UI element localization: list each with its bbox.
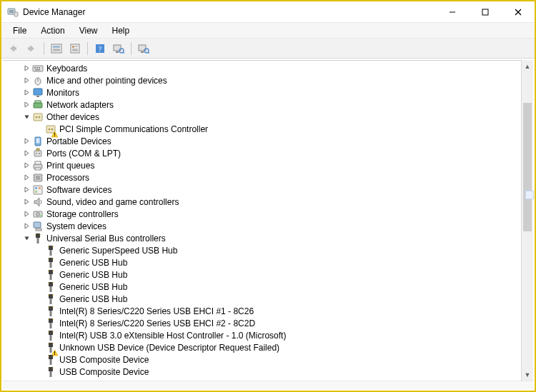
svg-rect-14 xyxy=(72,46,74,48)
expand-icon[interactable] xyxy=(21,76,31,86)
tree-item-label: Other devices xyxy=(46,112,99,122)
usb-icon xyxy=(45,318,56,329)
tree-item[interactable]: Mice and other pointing devices xyxy=(3,74,533,86)
tree-item[interactable]: Generic USB Hub xyxy=(3,268,533,281)
tree-item[interactable]: Intel(R) 8 Series/C220 Series USB EHCI #… xyxy=(3,317,533,329)
scan-hardware-button[interactable] xyxy=(110,41,127,56)
expand-icon[interactable] xyxy=(21,209,31,219)
menu-file[interactable]: File xyxy=(6,24,34,37)
svg-rect-8 xyxy=(28,47,31,50)
tree-item[interactable]: Generic USB Hub xyxy=(3,293,533,305)
expand-icon[interactable] xyxy=(21,64,31,74)
scroll-down-button[interactable]: ▼ xyxy=(522,368,533,381)
twisty-none xyxy=(34,355,44,365)
properties-button[interactable] xyxy=(66,41,84,56)
other-icon xyxy=(45,124,56,135)
tree-item-label: Storage controllers xyxy=(46,209,119,219)
twisty-none xyxy=(34,258,44,268)
tree-item[interactable]: Monitors xyxy=(3,86,533,99)
tree-item[interactable]: Other devices xyxy=(3,111,533,123)
usb-icon xyxy=(45,293,56,305)
tree-item[interactable]: Software devices xyxy=(3,184,533,196)
tree-item[interactable]: Generic SuperSpeed USB Hub xyxy=(3,244,533,256)
tree-item-label: Software devices xyxy=(46,185,111,195)
toolbar: ? xyxy=(1,39,535,59)
twisty-none xyxy=(34,282,44,292)
toolbar-separator xyxy=(131,42,131,55)
tree-item-label: Universal Serial Bus controllers xyxy=(46,233,166,243)
show-hidden-button[interactable] xyxy=(48,41,65,56)
twisty-none xyxy=(34,270,44,280)
tree-item[interactable]: Generic USB Hub xyxy=(3,281,533,293)
back-button[interactable] xyxy=(4,41,21,56)
keyboard-icon xyxy=(32,63,44,74)
scroll-up-button[interactable]: ▲ xyxy=(522,60,533,72)
tree-item[interactable]: PCI Simple Communications Controller xyxy=(3,123,533,135)
expand-icon[interactable] xyxy=(21,185,31,195)
expand-icon[interactable] xyxy=(21,88,31,98)
expand-icon[interactable] xyxy=(21,136,31,146)
help-button[interactable]: ? xyxy=(91,41,109,56)
update-driver-button[interactable] xyxy=(135,41,152,56)
tree-item-label: Keyboards xyxy=(46,64,87,74)
statusbar xyxy=(3,381,533,389)
tree-item[interactable]: Universal Serial Bus controllers xyxy=(3,232,533,244)
close-button[interactable] xyxy=(502,1,535,23)
tree-item-label: Intel(R) 8 Series/C220 Series USB EHCI #… xyxy=(59,306,254,316)
usb-icon xyxy=(45,342,56,353)
twisty-none xyxy=(34,318,44,328)
sound-icon xyxy=(32,196,44,208)
twisty-none xyxy=(34,246,44,256)
collapse-icon[interactable] xyxy=(21,233,31,243)
tree-item-label: Generic USB Hub xyxy=(59,258,127,268)
tree-view[interactable]: KeyboardsMice and other pointing devices… xyxy=(3,60,533,381)
tree-item-label: Ports (COM & LPT) xyxy=(46,149,121,159)
tree-item-label: Generic USB Hub xyxy=(59,282,127,292)
menu-help[interactable]: Help xyxy=(105,24,137,37)
maximize-button[interactable] xyxy=(469,1,502,23)
twisty-none xyxy=(34,331,44,341)
tree-item[interactable]: Ports (COM & LPT) xyxy=(3,147,533,159)
menu-action[interactable]: Action xyxy=(34,24,71,37)
tree-item[interactable]: USB Composite Device xyxy=(3,366,533,378)
expand-icon[interactable] xyxy=(21,221,31,231)
expand-icon[interactable] xyxy=(21,161,31,171)
scroll-thumb[interactable] xyxy=(523,103,532,231)
tree-item[interactable]: Generic USB Hub xyxy=(3,256,533,268)
tree-item-label: Network adapters xyxy=(46,100,114,110)
tree-item[interactable]: Portable Devices xyxy=(3,135,533,147)
usb-icon xyxy=(45,306,56,317)
tree-item[interactable]: Processors xyxy=(3,171,533,184)
forward-button[interactable] xyxy=(23,41,40,56)
svg-line-27 xyxy=(148,52,149,54)
printer-icon xyxy=(32,160,44,171)
mouse-icon xyxy=(32,75,44,86)
minimize-button[interactable] xyxy=(436,1,469,23)
svg-rect-9 xyxy=(51,44,61,53)
collapse-icon[interactable] xyxy=(21,112,31,122)
svg-line-23 xyxy=(123,52,124,54)
tree-item[interactable]: System devices xyxy=(3,220,533,232)
tree-item[interactable]: Intel(R) USB 3.0 eXtensible Host Control… xyxy=(3,329,533,341)
tree-item[interactable]: Network adapters xyxy=(3,99,533,111)
tree-item[interactable]: USB Composite Device xyxy=(3,353,533,366)
monitor-icon xyxy=(32,87,44,99)
svg-rect-4 xyxy=(482,9,488,15)
tree-item[interactable]: Unknown USB Device (Device Descriptor Re… xyxy=(3,341,533,353)
tree-item[interactable]: Intel(R) 8 Series/C220 Series USB EHCI #… xyxy=(3,305,533,317)
svg-rect-21 xyxy=(116,51,119,53)
tree-item-label: System devices xyxy=(46,221,106,231)
svg-rect-2 xyxy=(14,12,18,16)
expand-icon[interactable] xyxy=(21,197,31,207)
vertical-scrollbar[interactable]: ▲ ▼ xyxy=(521,60,533,381)
tree-item[interactable]: Sound, video and game controllers xyxy=(3,196,533,208)
twisty-none xyxy=(34,343,44,353)
expand-icon[interactable] xyxy=(21,100,31,110)
menu-view[interactable]: View xyxy=(72,24,105,37)
tree-item[interactable]: Print queues xyxy=(3,159,533,171)
tree-item[interactable]: Keyboards xyxy=(3,62,533,74)
other-icon xyxy=(32,111,44,123)
expand-icon[interactable] xyxy=(21,149,31,159)
tree-item[interactable]: Storage controllers xyxy=(3,208,533,220)
expand-icon[interactable] xyxy=(21,173,31,183)
